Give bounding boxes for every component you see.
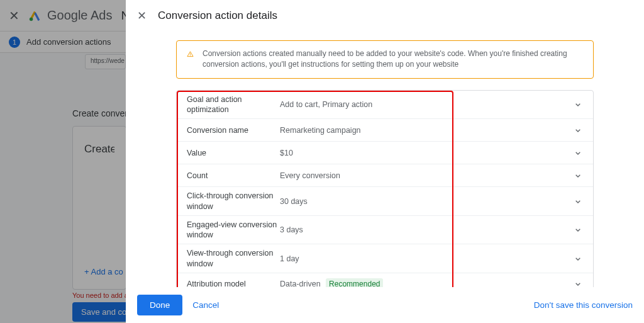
row-attribution-model[interactable]: Attribution model Data-driven Recommende…	[177, 273, 593, 287]
setting-value: Data-driven Recommended	[280, 280, 573, 287]
chevron-down-icon	[573, 279, 583, 287]
attribution-value-text: Data-driven	[280, 280, 321, 287]
setting-value: Add to cart, Primary action	[280, 100, 573, 109]
setting-value: $10	[280, 149, 573, 157]
chevron-down-icon	[573, 148, 583, 158]
setting-label: View-through conversion window	[187, 248, 280, 269]
recommended-badge: Recommended	[326, 278, 383, 287]
alert-box: Conversion actions created manually need…	[176, 40, 594, 79]
setting-value: 1 day	[280, 254, 573, 263]
modal-header: ✕ Conversion action details	[126, 0, 644, 31]
row-goal-optimization[interactable]: Goal and action optimization Add to cart…	[177, 91, 593, 120]
row-value[interactable]: Value $10	[177, 142, 593, 164]
row-conversion-name[interactable]: Conversion name Remarketing campaign	[177, 119, 593, 142]
chevron-down-icon	[573, 125, 583, 135]
setting-value: 30 days	[280, 197, 573, 206]
row-engaged-view[interactable]: Engaged-view conversion window 3 days	[177, 216, 593, 245]
setting-value: Remarketing campaign	[280, 126, 573, 135]
close-icon[interactable]: ✕	[137, 9, 147, 23]
dont-save-button[interactable]: Don't save this conversion	[534, 300, 633, 310]
conversion-details-modal: ✕ Conversion action details Conversion a…	[126, 0, 644, 323]
row-view-through[interactable]: View-through conversion window 1 day	[177, 244, 593, 273]
svg-rect-2	[190, 55, 191, 56]
dim-overlay	[0, 0, 126, 323]
modal-title: Conversion action details	[158, 9, 277, 22]
modal-body: Conversion actions created manually need…	[126, 31, 644, 287]
chevron-down-icon	[573, 254, 583, 264]
chevron-down-icon	[573, 225, 583, 235]
settings-panel: Goal and action optimization Add to cart…	[176, 90, 594, 287]
modal-footer: Done Cancel Don't save this conversion	[126, 287, 644, 323]
setting-value: Every conversion	[280, 171, 573, 180]
cancel-button[interactable]: Cancel	[192, 300, 219, 310]
warning-icon	[187, 48, 194, 60]
row-count[interactable]: Count Every conversion	[177, 164, 593, 187]
alert-text: Conversion actions created manually need…	[203, 48, 583, 71]
setting-value: 3 days	[280, 225, 573, 234]
chevron-down-icon	[573, 171, 583, 181]
chevron-down-icon	[573, 99, 583, 110]
setting-label: Click-through conversion window	[187, 191, 280, 212]
done-button[interactable]: Done	[137, 295, 182, 315]
setting-label: Value	[187, 148, 280, 158]
chevron-down-icon	[573, 196, 583, 207]
setting-label: Goal and action optimization	[187, 94, 280, 115]
row-click-through[interactable]: Click-through conversion window 30 days	[177, 187, 593, 216]
setting-label: Count	[187, 171, 280, 181]
setting-label: Attribution model	[187, 279, 280, 287]
setting-label: Conversion name	[187, 125, 280, 135]
setting-label: Engaged-view conversion window	[187, 220, 280, 241]
svg-rect-1	[190, 54, 191, 55]
